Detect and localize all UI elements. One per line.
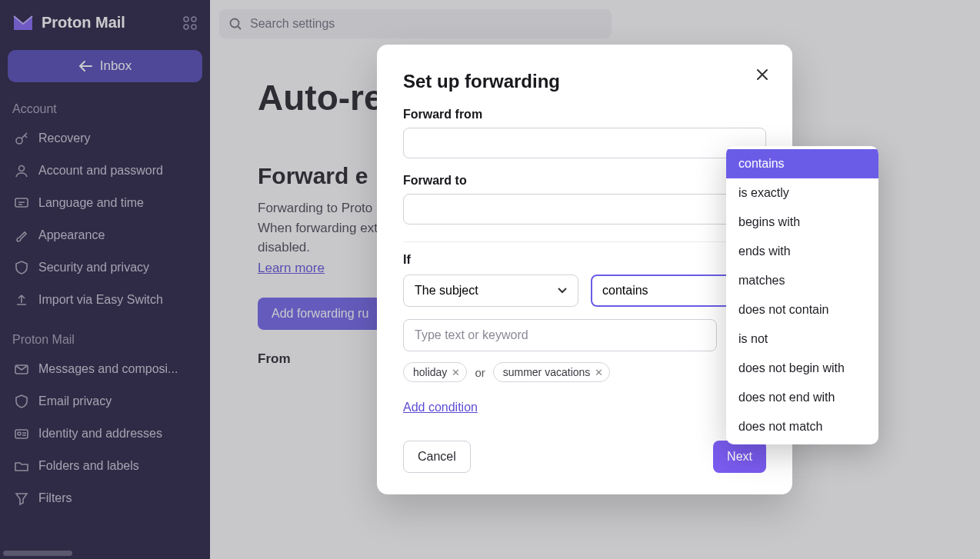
keyword-chip: summer vacations ✕ xyxy=(493,362,611,382)
menu-item-does-not-match[interactable]: does not match xyxy=(726,412,878,441)
menu-item-matches[interactable]: matches xyxy=(726,266,878,295)
chip-remove[interactable]: ✕ xyxy=(595,367,603,378)
next-button[interactable]: Next xyxy=(713,441,766,473)
chip-remove[interactable]: ✕ xyxy=(452,367,460,378)
chip-label: summer vacations xyxy=(503,366,591,378)
condition-field-select[interactable]: The subject xyxy=(403,275,578,307)
close-icon xyxy=(755,68,769,82)
modal-title: Set up forwarding xyxy=(403,71,766,92)
keyword-chips: holiday ✕ or summer vacations ✕ xyxy=(403,362,766,382)
menu-item-ends-with[interactable]: ends with xyxy=(726,237,878,266)
chevron-down-icon xyxy=(558,288,567,294)
menu-item-does-not-contain[interactable]: does not contain xyxy=(726,295,878,324)
select-value: contains xyxy=(602,284,648,298)
divider xyxy=(403,241,766,242)
or-separator: or xyxy=(475,366,485,379)
keyword-input[interactable]: Type text or keyword xyxy=(403,319,717,351)
menu-item-does-not-begin-with[interactable]: does not begin with xyxy=(726,354,878,383)
add-condition-link[interactable]: Add condition xyxy=(403,401,478,414)
forward-to-label: Forward to xyxy=(403,174,766,188)
menu-item-is-exactly[interactable]: is exactly xyxy=(726,178,878,208)
forward-to-input[interactable] xyxy=(403,194,766,225)
forward-from-input[interactable] xyxy=(403,128,766,158)
keyword-chip: holiday ✕ xyxy=(403,362,467,382)
close-button[interactable] xyxy=(755,68,769,82)
select-value: The subject xyxy=(415,284,478,298)
operator-dropdown-menu: contains is exactly begins with ends wit… xyxy=(726,146,878,444)
if-label: If xyxy=(403,253,766,267)
keyword-placeholder: Type text or keyword xyxy=(415,328,528,342)
menu-item-is-not[interactable]: is not xyxy=(726,324,878,354)
cancel-button[interactable]: Cancel xyxy=(403,441,471,473)
menu-item-does-not-end-with[interactable]: does not end with xyxy=(726,383,878,412)
menu-item-begins-with[interactable]: begins with xyxy=(726,208,878,237)
chip-label: holiday xyxy=(413,366,447,378)
forward-from-label: Forward from xyxy=(403,108,766,121)
menu-item-contains[interactable]: contains xyxy=(726,149,878,178)
